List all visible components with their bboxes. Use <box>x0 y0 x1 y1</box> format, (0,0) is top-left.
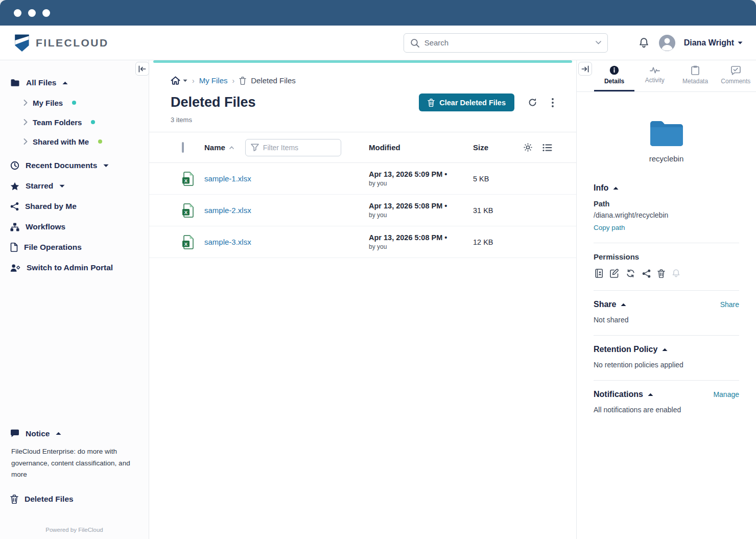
chevron-up-icon <box>56 432 61 435</box>
file-name-link[interactable]: sample-3.xlsx <box>204 238 369 246</box>
breadcrumb-separator: › <box>232 77 235 85</box>
chevron-right-icon <box>23 138 28 145</box>
file-name-link[interactable]: sample-1.xlsx <box>204 174 369 183</box>
search-options-chevron-icon[interactable] <box>596 41 601 44</box>
path-label: Path <box>594 200 739 208</box>
chevron-up-icon <box>662 348 668 351</box>
filter-funnel-icon <box>251 144 259 151</box>
sidebar-item-switch-to-admin-portal[interactable]: Switch to Admin Portal <box>0 257 149 278</box>
sidebar-item-workflows[interactable]: Workflows <box>0 217 149 237</box>
copy-path-link[interactable]: Copy path <box>594 224 739 231</box>
app-header: FILECLOUD Diana Wright <box>0 26 756 60</box>
permission-edit-button[interactable] <box>609 268 620 279</box>
edit-pencil-icon <box>610 269 619 278</box>
sidebar-item-recent-documents[interactable]: Recent Documents <box>0 155 149 176</box>
window-button-1[interactable] <box>14 9 21 17</box>
logo-text: FILECLOUD <box>36 37 109 49</box>
select-all-checkbox[interactable] <box>182 142 184 153</box>
sidebar-item-file-operations[interactable]: File Operations <box>0 237 149 257</box>
column-name[interactable]: Name <box>204 143 225 152</box>
tab-details[interactable]: Details <box>594 60 634 91</box>
window-button-2[interactable] <box>28 9 36 17</box>
tab-label: Details <box>604 78 624 85</box>
list-view-button[interactable] <box>541 143 553 153</box>
sidebar-item-all-files[interactable]: All Files <box>0 73 149 93</box>
page-title: Deleted Files <box>171 95 256 110</box>
clear-deleted-files-button[interactable]: Clear Deleted Files <box>419 93 514 111</box>
retention-status: No retention policies applied <box>594 361 739 369</box>
selected-item-name: recyclebin <box>649 154 684 163</box>
folder-icon <box>10 79 20 87</box>
path-value: /diana.wright/recyclebin <box>594 211 739 219</box>
tab-label: Comments <box>721 78 750 85</box>
tab-metadata[interactable]: Metadata <box>675 60 716 91</box>
refresh-button[interactable] <box>527 97 538 108</box>
activity-icon <box>650 66 660 74</box>
collapse-details-button[interactable] <box>578 62 592 76</box>
user-menu[interactable]: Diana Wright <box>684 38 743 48</box>
chevron-up-icon <box>62 81 68 85</box>
retention-section-header[interactable]: Retention Policy <box>594 345 739 354</box>
file-modified-by: by you <box>369 212 473 219</box>
file-size: 5 KB <box>473 175 522 183</box>
svg-text:X: X <box>184 209 188 215</box>
sidebar-item-label: Team Folders <box>33 118 82 127</box>
list-view-icon <box>542 144 552 152</box>
sidebar-item-my-files[interactable]: My Files <box>0 93 149 112</box>
share-section-header[interactable]: Share Share <box>594 300 739 309</box>
sidebar-item-label: All Files <box>26 78 56 87</box>
bell-icon <box>672 269 680 278</box>
table-row[interactable]: X sample-1.xlsx Apr 13, 2026 5:09 PM • b… <box>149 163 576 195</box>
sidebar-item-team-folders[interactable]: Team Folders <box>0 112 149 132</box>
svg-text:X: X <box>184 241 188 246</box>
info-section-header[interactable]: Info <box>594 183 739 193</box>
sidebar-item-starred[interactable]: Starred <box>0 176 149 196</box>
sidebar-item-deleted-files[interactable]: Deleted Files <box>0 489 149 509</box>
search-box[interactable] <box>404 33 608 53</box>
permission-view-button[interactable] <box>594 268 604 279</box>
search-input[interactable] <box>424 38 590 47</box>
permission-sync-button[interactable] <box>625 268 636 278</box>
chevron-down-icon <box>103 164 109 168</box>
share-action-link[interactable]: Share <box>720 300 739 309</box>
file-size: 31 KB <box>473 206 522 215</box>
collapse-sidebar-button[interactable] <box>135 62 149 76</box>
column-settings-button[interactable] <box>522 142 534 153</box>
sidebar-item-shared-by-me[interactable]: Shared by Me <box>0 196 149 217</box>
clipboard-icon <box>691 65 699 75</box>
table-row[interactable]: X sample-3.xlsx Apr 13, 2026 5:08 PM • b… <box>149 226 576 258</box>
filter-box[interactable] <box>245 139 341 156</box>
app-window: FILECLOUD Diana Wright <box>0 0 756 539</box>
notifications-section-header[interactable]: Notifications Manage <box>594 390 739 399</box>
breadcrumb-my-files[interactable]: My Files <box>199 76 228 85</box>
user-avatar[interactable] <box>658 34 676 52</box>
file-name-link[interactable]: sample-2.xlsx <box>204 206 369 215</box>
home-icon <box>171 76 180 85</box>
sidebar-item-label: Shared by Me <box>25 202 77 211</box>
tab-comments[interactable]: Comments <box>716 60 756 91</box>
column-size[interactable]: Size <box>473 143 522 152</box>
retention-section: Retention Policy No retention policies a… <box>594 336 739 381</box>
trash-icon <box>239 77 246 85</box>
breadcrumb-home[interactable] <box>171 76 187 85</box>
window-button-3[interactable] <box>42 9 50 17</box>
notifications-bell-icon[interactable] <box>637 36 650 50</box>
permission-share-button[interactable] <box>641 268 652 279</box>
chevron-up-icon <box>613 186 619 190</box>
tab-label: Activity <box>645 77 665 84</box>
file-modified: Apr 13, 2026 5:09 PM • <box>369 170 473 178</box>
permission-delete-button[interactable] <box>656 268 666 279</box>
more-options-button[interactable] <box>551 97 555 108</box>
trash-icon <box>657 269 665 278</box>
filter-input[interactable] <box>263 144 319 152</box>
column-modified[interactable]: Modified <box>369 143 473 152</box>
sidebar-item-shared-with-me[interactable]: Shared with Me <box>0 132 149 151</box>
sidebar-notice-header[interactable]: Notice <box>0 424 149 444</box>
status-dot <box>98 139 102 144</box>
notifications-manage-link[interactable]: Manage <box>713 390 739 399</box>
user-area: Diana Wright <box>637 34 743 52</box>
search-icon <box>410 38 419 48</box>
share-status: Not shared <box>594 316 739 324</box>
tab-activity[interactable]: Activity <box>634 60 675 91</box>
table-row[interactable]: X sample-2.xlsx Apr 13, 2026 5:08 PM • b… <box>149 195 576 226</box>
